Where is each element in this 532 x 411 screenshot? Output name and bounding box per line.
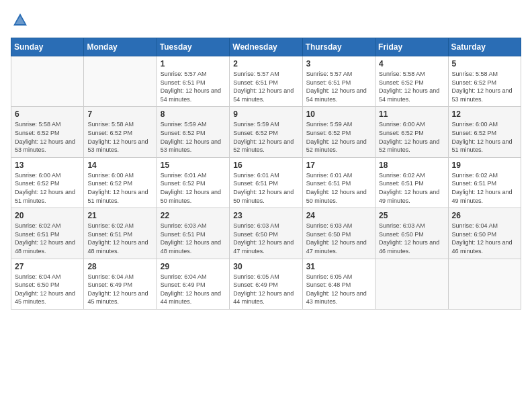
day-number: 15 xyxy=(161,161,226,170)
day-info: Sunrise: 6:02 AM Sunset: 6:51 PM Dayligh… xyxy=(452,171,517,205)
day-info: Sunrise: 6:05 AM Sunset: 6:49 PM Dayligh… xyxy=(233,273,298,306)
calendar-day-cell: 30Sunrise: 6:05 AM Sunset: 6:49 PM Dayli… xyxy=(230,259,302,309)
day-info: Sunrise: 6:03 AM Sunset: 6:50 PM Dayligh… xyxy=(306,222,371,255)
weekday-header: Saturday xyxy=(448,38,521,56)
weekday-header: Wednesday xyxy=(230,38,302,56)
calendar-day-cell: 18Sunrise: 6:02 AM Sunset: 6:51 PM Dayli… xyxy=(375,157,448,208)
day-info: Sunrise: 6:01 AM Sunset: 6:52 PM Dayligh… xyxy=(161,171,226,205)
day-number: 4 xyxy=(379,59,444,68)
day-number: 6 xyxy=(15,109,80,119)
calendar-day-cell: 19Sunrise: 6:02 AM Sunset: 6:51 PM Dayli… xyxy=(448,157,521,208)
weekday-header: Thursday xyxy=(302,38,375,56)
calendar-day-cell: 11Sunrise: 6:00 AM Sunset: 6:52 PM Dayli… xyxy=(375,107,448,157)
day-number: 25 xyxy=(379,211,444,220)
day-number: 22 xyxy=(161,211,226,220)
day-info: Sunrise: 5:58 AM Sunset: 6:52 PM Dayligh… xyxy=(87,120,152,154)
day-info: Sunrise: 5:59 AM Sunset: 6:52 PM Dayligh… xyxy=(161,120,226,154)
day-info: Sunrise: 5:58 AM Sunset: 6:52 PM Dayligh… xyxy=(15,120,80,154)
day-info: Sunrise: 5:59 AM Sunset: 6:52 PM Dayligh… xyxy=(233,120,298,154)
day-info: Sunrise: 6:02 AM Sunset: 6:51 PM Dayligh… xyxy=(379,171,444,205)
day-number: 17 xyxy=(306,161,371,170)
day-number: 30 xyxy=(233,262,298,271)
day-info: Sunrise: 5:58 AM Sunset: 6:52 PM Dayligh… xyxy=(379,70,444,103)
day-info: Sunrise: 6:00 AM Sunset: 6:52 PM Dayligh… xyxy=(452,120,517,154)
day-info: Sunrise: 6:00 AM Sunset: 6:52 PM Dayligh… xyxy=(15,171,80,205)
logo-icon xyxy=(11,11,30,30)
calendar-day-cell xyxy=(448,259,521,309)
day-number: 19 xyxy=(452,161,517,170)
weekday-header: Friday xyxy=(375,38,448,56)
calendar-day-cell: 26Sunrise: 6:04 AM Sunset: 6:50 PM Dayli… xyxy=(448,208,521,259)
day-number: 7 xyxy=(87,109,152,119)
calendar-day-cell: 4Sunrise: 5:58 AM Sunset: 6:52 PM Daylig… xyxy=(375,56,448,107)
day-number: 21 xyxy=(87,211,152,220)
calendar-day-cell: 15Sunrise: 6:01 AM Sunset: 6:52 PM Dayli… xyxy=(157,157,229,208)
calendar-day-cell: 3Sunrise: 5:57 AM Sunset: 6:51 PM Daylig… xyxy=(302,56,375,107)
day-info: Sunrise: 6:04 AM Sunset: 6:49 PM Dayligh… xyxy=(161,273,226,306)
calendar-day-cell: 7Sunrise: 5:58 AM Sunset: 6:52 PM Daylig… xyxy=(84,107,157,157)
day-number: 13 xyxy=(15,161,80,170)
day-info: Sunrise: 6:04 AM Sunset: 6:49 PM Dayligh… xyxy=(87,273,152,306)
calendar-day-cell: 12Sunrise: 6:00 AM Sunset: 6:52 PM Dayli… xyxy=(448,107,521,157)
day-info: Sunrise: 6:03 AM Sunset: 6:50 PM Dayligh… xyxy=(379,222,444,255)
day-info: Sunrise: 6:00 AM Sunset: 6:52 PM Dayligh… xyxy=(87,171,152,205)
calendar-day-cell: 25Sunrise: 6:03 AM Sunset: 6:50 PM Dayli… xyxy=(375,208,448,259)
calendar-day-cell: 23Sunrise: 6:03 AM Sunset: 6:50 PM Dayli… xyxy=(230,208,302,259)
calendar-week-row: 6Sunrise: 5:58 AM Sunset: 6:52 PM Daylig… xyxy=(11,107,521,157)
day-info: Sunrise: 6:02 AM Sunset: 6:51 PM Dayligh… xyxy=(87,222,152,255)
calendar-day-cell: 17Sunrise: 6:01 AM Sunset: 6:51 PM Dayli… xyxy=(302,157,375,208)
calendar-day-cell: 24Sunrise: 6:03 AM Sunset: 6:50 PM Dayli… xyxy=(302,208,375,259)
day-info: Sunrise: 6:01 AM Sunset: 6:51 PM Dayligh… xyxy=(233,171,298,205)
day-info: Sunrise: 6:04 AM Sunset: 6:50 PM Dayligh… xyxy=(452,222,517,255)
calendar-day-cell: 31Sunrise: 6:05 AM Sunset: 6:48 PM Dayli… xyxy=(302,259,375,309)
day-number: 23 xyxy=(233,211,298,220)
calendar-day-cell xyxy=(84,56,157,107)
calendar-day-cell: 9Sunrise: 5:59 AM Sunset: 6:52 PM Daylig… xyxy=(230,107,302,157)
day-number: 12 xyxy=(452,109,517,119)
day-number: 3 xyxy=(306,59,371,68)
page-header xyxy=(11,11,521,30)
weekday-header: Monday xyxy=(84,38,157,56)
logo xyxy=(11,11,32,30)
calendar-day-cell: 1Sunrise: 5:57 AM Sunset: 6:51 PM Daylig… xyxy=(157,56,229,107)
calendar-week-row: 27Sunrise: 6:04 AM Sunset: 6:50 PM Dayli… xyxy=(11,259,521,309)
day-info: Sunrise: 5:57 AM Sunset: 6:51 PM Dayligh… xyxy=(161,70,226,103)
day-number: 27 xyxy=(15,262,80,271)
day-number: 14 xyxy=(87,161,152,170)
day-number: 24 xyxy=(306,211,371,220)
day-number: 11 xyxy=(379,109,444,119)
day-number: 5 xyxy=(452,59,517,68)
calendar-day-cell: 10Sunrise: 5:59 AM Sunset: 6:52 PM Dayli… xyxy=(302,107,375,157)
calendar-day-cell: 27Sunrise: 6:04 AM Sunset: 6:50 PM Dayli… xyxy=(11,259,84,309)
day-info: Sunrise: 6:04 AM Sunset: 6:50 PM Dayligh… xyxy=(15,273,80,306)
calendar-day-cell: 29Sunrise: 6:04 AM Sunset: 6:49 PM Dayli… xyxy=(157,259,229,309)
calendar-day-cell xyxy=(375,259,448,309)
day-number: 8 xyxy=(161,109,226,119)
day-number: 16 xyxy=(233,161,298,170)
calendar-day-cell: 20Sunrise: 6:02 AM Sunset: 6:51 PM Dayli… xyxy=(11,208,84,259)
calendar-day-cell: 8Sunrise: 5:59 AM Sunset: 6:52 PM Daylig… xyxy=(157,107,229,157)
calendar-day-cell: 13Sunrise: 6:00 AM Sunset: 6:52 PM Dayli… xyxy=(11,157,84,208)
day-number: 18 xyxy=(379,161,444,170)
day-number: 10 xyxy=(306,109,371,119)
day-info: Sunrise: 5:58 AM Sunset: 6:52 PM Dayligh… xyxy=(452,70,517,103)
calendar-day-cell: 5Sunrise: 5:58 AM Sunset: 6:52 PM Daylig… xyxy=(448,56,521,107)
day-number: 20 xyxy=(15,211,80,220)
day-info: Sunrise: 6:02 AM Sunset: 6:51 PM Dayligh… xyxy=(15,222,80,255)
calendar-day-cell: 21Sunrise: 6:02 AM Sunset: 6:51 PM Dayli… xyxy=(84,208,157,259)
day-info: Sunrise: 6:05 AM Sunset: 6:48 PM Dayligh… xyxy=(306,273,371,306)
calendar-day-cell: 22Sunrise: 6:03 AM Sunset: 6:51 PM Dayli… xyxy=(157,208,229,259)
day-number: 26 xyxy=(452,211,517,220)
calendar-table: SundayMondayTuesdayWednesdayThursdayFrid… xyxy=(11,38,521,310)
day-number: 9 xyxy=(233,109,298,119)
calendar-day-cell xyxy=(11,56,84,107)
day-number: 31 xyxy=(306,262,371,271)
day-info: Sunrise: 6:00 AM Sunset: 6:52 PM Dayligh… xyxy=(379,120,444,154)
calendar-day-cell: 28Sunrise: 6:04 AM Sunset: 6:49 PM Dayli… xyxy=(84,259,157,309)
day-info: Sunrise: 5:57 AM Sunset: 6:51 PM Dayligh… xyxy=(306,70,371,103)
weekday-header: Sunday xyxy=(11,38,84,56)
day-number: 29 xyxy=(161,262,226,271)
calendar-header-row: SundayMondayTuesdayWednesdayThursdayFrid… xyxy=(11,38,521,56)
calendar-day-cell: 14Sunrise: 6:00 AM Sunset: 6:52 PM Dayli… xyxy=(84,157,157,208)
day-number: 28 xyxy=(87,262,152,271)
